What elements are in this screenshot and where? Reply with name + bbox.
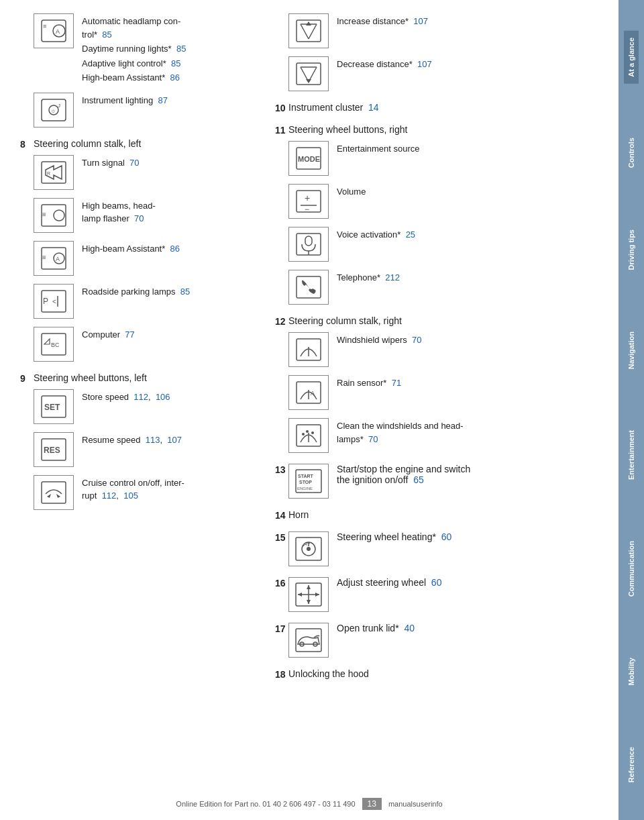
computer-item: BC Computer 77 xyxy=(34,327,268,362)
svg-marker-66 xyxy=(307,600,311,604)
increase-distance-item: Increase distance* 107 xyxy=(288,13,605,48)
highbeam-assistant-icon: ≡ A xyxy=(34,241,74,276)
parking-lamps-item: P < Roadside parking lamps 85 xyxy=(34,284,268,319)
headlamp-control-icon: ≡ A xyxy=(34,13,74,48)
rain-sensor-icon: A xyxy=(288,375,329,410)
voice-text: Voice activation* 25 xyxy=(337,227,415,242)
section8-items: R Turn signal 70 ≡ xyxy=(34,155,268,362)
svg-text:STOP: STOP xyxy=(299,480,312,484)
increase-distance-text: Increase distance* 107 xyxy=(337,13,428,28)
sidebar-item-mobility[interactable]: Mobility xyxy=(624,651,639,693)
section16-header: 16 Adjust steering whe xyxy=(275,577,605,612)
telephone-item: Telephone* 212 xyxy=(288,270,605,305)
section10-header: 10 Instrument cluster 14 xyxy=(275,102,605,113)
svg-text:ENGINE: ENGINE xyxy=(297,486,313,491)
svg-marker-33 xyxy=(306,79,311,83)
trunk-lid-icon xyxy=(288,623,329,658)
section11-items: MODE Entertainment source + xyxy=(288,141,605,305)
highbeam-assistant-text: High-beam Assistant* 86 xyxy=(82,241,180,256)
set-speed-icon: SET xyxy=(34,389,74,424)
instrument-lighting-icon: ☼ J xyxy=(34,93,74,127)
mode-icon: MODE xyxy=(288,141,329,176)
start-stop-icon: START STOP ENGINE xyxy=(288,464,329,499)
decrease-distance-icon xyxy=(288,56,329,91)
highbeam-assistant-item: ≡ A High-beam Assistant* 86 xyxy=(34,241,268,276)
section18-header: 18 Unlocking the hood xyxy=(275,668,605,680)
footer-text-left: Online Edition for Part no. 01 40 2 606 … xyxy=(176,800,355,808)
headlamp-item: ≡ A Automatic headlamp con-trol* 85 Dayt… xyxy=(34,13,268,85)
svg-text:☼: ☼ xyxy=(50,107,56,114)
mode-text: Entertainment source xyxy=(337,141,420,156)
cruise-item: Cruise control on/off, inter-rupt 112, 1… xyxy=(34,475,268,510)
wipers-text: Windshield wipers 70 xyxy=(337,332,421,347)
svg-marker-68 xyxy=(315,593,319,597)
steering-heating-icon xyxy=(288,531,329,566)
voice-item: Voice activation* 25 xyxy=(288,227,605,262)
high-beams-item: ≡ High beams, head-lamp flasher 70 xyxy=(34,198,268,233)
set-speed-text: Store speed 112, 106 xyxy=(82,389,170,404)
svg-text:START: START xyxy=(298,474,314,478)
res-speed-text: Resume speed 113, 107 xyxy=(82,432,182,447)
instrument-lighting-item: ☼ J Instrument lighting 87 xyxy=(34,93,268,127)
computer-text: Computer 77 xyxy=(82,327,135,342)
svg-text:+: + xyxy=(305,193,310,203)
sidebar-item-driving-tips[interactable]: Driving tips xyxy=(624,223,639,277)
svg-text:≡: ≡ xyxy=(42,254,46,261)
left-column: ≡ A Automatic headlamp con-trol* 85 Dayt… xyxy=(20,13,268,685)
svg-text:R: R xyxy=(47,171,50,176)
svg-rect-41 xyxy=(305,236,312,246)
high-beams-icon: ≡ xyxy=(34,198,74,233)
section12-items: Windshield wipers 70 A xyxy=(288,332,605,453)
section13-header: 13 START STOP ENGINE Start/stop the engi… xyxy=(275,464,605,499)
turn-signal-text: Turn signal 70 xyxy=(82,155,140,170)
right-column: Increase distance* 107 xyxy=(275,13,605,685)
section8-header: 8 Steering column stalk, left xyxy=(20,138,268,150)
rain-sensor-item: A Rain sensor* 71 xyxy=(288,375,605,410)
page-footer: Online Edition for Part no. 01 40 2 606 … xyxy=(0,798,619,810)
svg-marker-67 xyxy=(298,593,302,597)
section17-header: 17 Open trunk lid* 40 xyxy=(275,623,605,658)
computer-icon: BC xyxy=(34,327,74,362)
rain-sensor-text: Rain sensor* 71 xyxy=(337,375,401,390)
sidebar-item-at-a-glance[interactable]: At a glance xyxy=(624,31,639,84)
volume-item: + − Volume xyxy=(288,184,605,219)
volume-text: Volume xyxy=(337,184,366,199)
res-speed-icon: RES xyxy=(34,432,74,467)
sidebar-item-reference[interactable]: Reference xyxy=(624,740,639,789)
voice-icon xyxy=(288,227,329,262)
svg-point-53 xyxy=(311,431,314,434)
svg-marker-31 xyxy=(306,21,311,25)
svg-rect-29 xyxy=(42,482,66,503)
svg-marker-65 xyxy=(307,585,311,589)
clean-windshield-item: Clean the windshields and head-lamps* 70 xyxy=(288,418,605,453)
decrease-distance-text: Decrease distance* 107 xyxy=(337,56,432,71)
sidebar-item-controls[interactable]: Controls xyxy=(624,131,639,174)
svg-text:≡: ≡ xyxy=(43,23,46,30)
turn-signal-item: R Turn signal 70 xyxy=(34,155,268,190)
svg-point-51 xyxy=(302,433,305,435)
svg-text:A: A xyxy=(56,28,60,35)
sidebar-item-entertainment[interactable]: Entertainment xyxy=(624,423,639,486)
sidebar-item-communication[interactable]: Communication xyxy=(624,534,639,603)
cruise-text: Cruise control on/off, inter-rupt 112, 1… xyxy=(82,475,184,503)
svg-text:SET: SET xyxy=(44,403,60,412)
svg-text:RES: RES xyxy=(44,446,60,455)
res-speed-item: RES Resume speed 113, 107 xyxy=(34,432,268,467)
mode-item: MODE Entertainment source xyxy=(288,141,605,176)
svg-text:BC: BC xyxy=(51,342,60,348)
svg-text:P: P xyxy=(43,297,48,306)
section11-header: 11 Steering wheel buttons, right xyxy=(275,124,605,136)
headlamp-text: Automatic headlamp con-trol* 85 Daytime … xyxy=(82,13,186,85)
clean-windshield-text: Clean the windshields and head-lamps* 70 xyxy=(337,418,464,446)
sidebar-item-navigation[interactable]: Navigation xyxy=(624,325,639,376)
sidebar: At a glance Controls Driving tips Naviga… xyxy=(619,0,644,820)
volume-icon: + − xyxy=(288,184,329,219)
svg-text:−: − xyxy=(305,205,309,213)
high-beams-text: High beams, head-lamp flasher 70 xyxy=(82,198,156,225)
svg-marker-23 xyxy=(44,339,50,344)
decrease-distance-item: Decrease distance* 107 xyxy=(288,56,605,91)
section9-header: 9 Steering wheel buttons, left xyxy=(20,372,268,384)
section14-header: 14 Horn xyxy=(275,509,605,521)
footer-text-right: manualsuserinfo xyxy=(388,800,443,808)
page-number: 13 xyxy=(362,798,382,810)
